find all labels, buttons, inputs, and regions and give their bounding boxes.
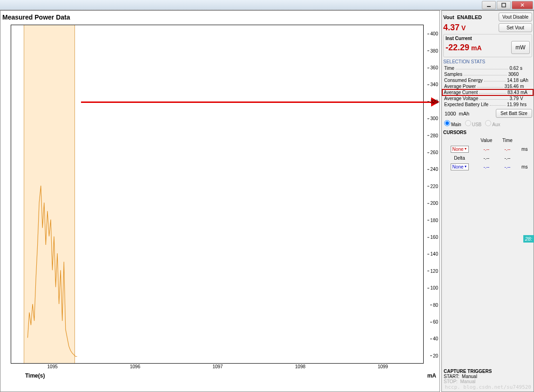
x-tick: 1099 [378,364,388,369]
start-label: START: [444,374,460,379]
chart-title: Measured Power Data [0,11,439,24]
y-tick: 400 [430,31,438,36]
cursor1-time: -.-- [498,145,517,154]
cursor1-select[interactable]: None [451,146,469,153]
cursor-col-time: Time [498,137,517,144]
cursor2-time: -.-- [498,162,517,171]
svg-rect-1 [502,3,506,7]
cursor2-select[interactable]: None [451,163,469,170]
cursor2-unit: ms [518,162,531,171]
y-axis-ticks: 2040608010012014016018020022024026028030… [424,25,438,363]
y-axis-unit: mA [427,372,436,379]
close-button[interactable] [512,1,533,9]
selection-stats-label: SELECTION STATS [443,59,532,64]
y-tick: 300 [430,116,438,121]
channel-radio-row: Main USB Aux [443,119,532,128]
plot-area[interactable]: 2040608010012014016018020022024026028030… [11,25,424,364]
side-panel: Vout ENABLED Vout Disable 4.37V Set Vout… [441,10,534,392]
y-tick: 40 [433,336,438,341]
y-tick: 160 [430,235,438,240]
vout-disable-button[interactable]: Vout Disable [499,13,532,21]
delta-value: -.-- [476,155,497,162]
y-tick: 240 [430,167,438,172]
radio-main[interactable]: Main [444,120,461,127]
cursors-table: ValueTime None -.-- -.-- ms Delta -.-- -… [443,136,532,172]
x-tick: 1096 [130,364,140,369]
x-axis-ticks: 10951096109710981099 [11,364,423,371]
y-tick: 120 [430,268,438,273]
y-tick: 380 [430,48,438,53]
selection-band[interactable] [24,25,75,363]
y-tick: 100 [430,285,438,291]
delta-time: -.-- [498,155,517,162]
vout-value: 4.37 [443,23,460,32]
x-tick: 1098 [295,364,305,369]
radio-usb[interactable]: USB [465,120,482,127]
y-tick: 180 [430,217,438,223]
stat-row-average-voltage: Average Voltage3.79V [443,95,532,101]
cursor1-unit: ms [518,145,531,154]
y-tick: 80 [433,302,438,307]
stop-value: Manual [460,379,475,384]
batt-unit: mAh [459,111,470,116]
x-tick: 1097 [212,364,223,369]
stop-label: STOP: [444,379,458,384]
maximize-button[interactable] [497,1,511,9]
stat-row-samples: Samples3060 [443,71,532,77]
y-tick: 60 [433,319,438,324]
chart-panel: Measured Power Data 20406080100120140160… [0,10,440,392]
vout-unit: V [461,24,466,32]
stat-row-consumed-energy: Consumed Energy14.18uAh [443,77,532,83]
y-tick: 140 [430,251,438,257]
stat-row-average-current: Average Current83.43mA [442,89,534,96]
x-tick: 1095 [47,364,58,369]
cursor2-value: -.-- [476,162,497,171]
cursors-label: CURSORS [443,130,532,135]
x-axis-label: Time(s) [25,372,45,379]
y-tick: 340 [430,82,438,87]
inst-current-value: -22.29 [446,43,469,52]
y-tick: 360 [430,65,438,70]
y-tick: 220 [430,183,438,189]
y-tick: 280 [430,133,438,138]
cursor1-value: -.-- [476,145,497,154]
minimize-button[interactable] [482,1,496,9]
batt-size-input[interactable]: 1000 [443,110,457,117]
inst-current-unit: mA [471,44,482,52]
svg-rect-0 [487,6,491,7]
capture-triggers-label: CAPTURE TRIGGERS [444,369,492,374]
vout-status: ENABLED [457,14,482,20]
watermark: hccp. blog.csdn.net/su749520 [445,384,531,390]
radio-aux[interactable]: Aux [485,120,500,127]
start-value: Manual [462,374,477,379]
y-tick: 260 [430,150,438,155]
teal-flag: 28: [523,235,534,243]
y-tick: 320 [430,99,438,104]
annotation-arrow [81,101,435,103]
mw-toggle-button[interactable]: mW [511,41,530,54]
chart-region[interactable]: 2040608010012014016018020022024026028030… [0,25,440,378]
y-tick: 200 [430,201,438,206]
capture-triggers-section: CAPTURE TRIGGERS START: Manual STOP: Man… [444,369,492,384]
selection-stats-block: Time0.62sSamples3060Consumed Energy14.18… [443,65,532,108]
stat-row-expected-battery-life: Expected Battery Life11.99hrs [443,101,532,108]
stat-row-time: Time0.62s [443,65,532,71]
y-tick: 20 [433,353,438,358]
cursor-col-value: Value [476,137,497,144]
vout-label: Vout [443,14,454,20]
delta-label: Delta [444,155,475,162]
window-titlebar [0,0,534,10]
set-batt-size-button[interactable]: Set Batt Size [496,109,532,118]
set-vout-button[interactable]: Set Vout [499,23,532,32]
inst-current-label: Inst Current [446,36,530,41]
